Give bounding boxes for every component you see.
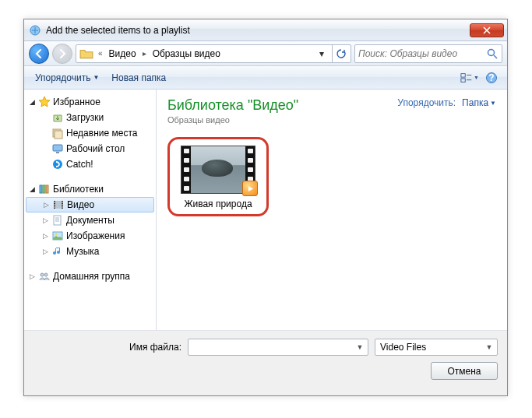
forward-button[interactable] <box>52 44 72 64</box>
sidebar-item-video[interactable]: ▷ Видео <box>26 197 154 213</box>
new-folder-button[interactable]: Новая папка <box>107 69 171 86</box>
pictures-icon <box>51 230 64 242</box>
chevron-down-icon[interactable]: ▼ <box>483 343 495 351</box>
star-icon <box>38 96 51 108</box>
search-icon[interactable] <box>486 47 499 60</box>
organize-menu[interactable]: Упорядочить ▼ <box>30 69 104 86</box>
documents-icon <box>51 214 64 227</box>
filetype-combo[interactable]: Video Files ▼ <box>375 339 498 356</box>
content-pane: Библиотека "Видео" Образцы видео Упорядо… <box>157 90 507 330</box>
chevron-right-icon: ▸ <box>139 49 150 58</box>
cancel-button[interactable]: Отмена <box>431 362 498 380</box>
tree-label: Видео <box>67 199 94 210</box>
svg-rect-8 <box>53 145 62 151</box>
favorites-label: Избранное <box>53 97 100 107</box>
svg-point-16 <box>54 202 55 203</box>
tree-label: Загрузки <box>66 112 104 123</box>
address-dropdown[interactable]: ▾ <box>315 48 329 59</box>
navigation-bar: « Видео ▸ Образцы видео ▾ <box>24 41 507 66</box>
svg-rect-3 <box>461 78 465 81</box>
svg-point-21 <box>62 206 63 208</box>
svg-text:?: ? <box>488 72 494 83</box>
filetype-value: Video Files <box>380 342 483 353</box>
collapse-icon[interactable]: ◢ <box>29 99 36 106</box>
search-box[interactable] <box>354 44 502 63</box>
video-item[interactable]: Живая природа <box>167 137 269 216</box>
tree-label: Недавние места <box>66 128 137 139</box>
svg-point-26 <box>44 273 48 276</box>
dialog-footer: Имя файла: ▼ Video Files ▼ Отмена <box>24 330 507 395</box>
expand-icon[interactable]: ▷ <box>43 202 50 209</box>
sidebar-item-desktop[interactable]: Рабочий стол <box>24 141 156 156</box>
sidebar-item-pictures[interactable]: ▷ Изображения <box>24 228 156 244</box>
chevron-down-icon: ▼ <box>490 100 496 107</box>
desktop-icon <box>51 142 64 155</box>
sidebar-item-recent[interactable]: Недавние места <box>24 125 156 141</box>
svg-point-10 <box>53 160 62 169</box>
svg-point-18 <box>54 206 55 208</box>
libraries-group: ◢ Библиотеки ▷ Видео ▷ Документы ▷ <box>24 181 156 259</box>
file-dialog-window: Add the selected items to a playlist « В… <box>23 19 508 396</box>
homegroup-header[interactable]: ▷ Домашняя группа <box>24 269 156 284</box>
refresh-button[interactable] <box>332 44 349 63</box>
video-thumbnail <box>181 146 255 194</box>
breadcrumb-item[interactable]: Видео <box>106 47 139 61</box>
play-overlay-icon <box>242 181 258 196</box>
svg-rect-15 <box>55 201 62 209</box>
view-options-button[interactable]: ▼ <box>460 69 479 86</box>
music-icon <box>51 245 64 258</box>
svg-rect-2 <box>461 73 465 76</box>
svg-rect-9 <box>56 152 59 153</box>
breadcrumb-item[interactable]: Образцы видео <box>150 47 224 61</box>
download-icon <box>51 111 64 124</box>
svg-point-20 <box>62 204 63 205</box>
libraries-header[interactable]: ◢ Библиотеки <box>24 181 156 197</box>
chevron-down-icon: ▼ <box>93 74 99 81</box>
sidebar-item-downloads[interactable]: Загрузки <box>24 110 156 125</box>
cancel-label: Отмена <box>447 366 481 377</box>
libraries-icon <box>38 183 51 195</box>
svg-rect-13 <box>46 185 48 193</box>
back-button[interactable] <box>29 44 49 64</box>
collapse-icon[interactable]: ◢ <box>29 186 36 193</box>
tree-label: Музыка <box>66 246 99 257</box>
chevron-right-icon: « <box>95 49 106 58</box>
sidebar-item-catch[interactable]: Catch! <box>24 156 156 172</box>
svg-rect-11 <box>40 185 42 193</box>
arrange-value: Папка <box>462 97 488 108</box>
filename-combo[interactable]: ▼ <box>188 339 368 356</box>
expand-icon[interactable]: ▷ <box>42 248 49 255</box>
svg-rect-7 <box>55 131 62 139</box>
video-library-icon <box>52 198 65 211</box>
tree-label: Рабочий стол <box>66 143 125 154</box>
favorites-header[interactable]: ◢ Избранное <box>24 94 156 110</box>
svg-point-24 <box>55 234 57 235</box>
app-icon <box>29 24 41 37</box>
chevron-down-icon[interactable]: ▼ <box>354 343 366 351</box>
filename-label: Имя файла: <box>49 342 181 353</box>
chevron-down-icon: ▼ <box>474 75 479 80</box>
svg-point-17 <box>54 204 55 205</box>
svg-rect-22 <box>54 216 61 225</box>
address-bar[interactable]: « Видео ▸ Образцы видео ▾ <box>76 44 351 63</box>
svg-point-19 <box>62 202 63 203</box>
help-button[interactable]: ? <box>482 69 501 86</box>
expand-icon[interactable]: ▷ <box>42 217 49 224</box>
expand-icon[interactable]: ▷ <box>42 233 49 240</box>
recent-icon <box>51 127 64 139</box>
dialog-body: ◢ Избранное Загрузки Недавние места <box>24 90 507 330</box>
expand-icon[interactable]: ▷ <box>29 273 36 280</box>
sidebar-item-documents[interactable]: ▷ Документы <box>24 213 156 228</box>
new-folder-label: Новая папка <box>111 72 166 83</box>
catch-icon <box>51 158 64 170</box>
library-header: Библиотека "Видео" Образцы видео Упорядо… <box>167 97 496 125</box>
video-item-label: Живая природа <box>184 198 252 209</box>
search-input[interactable] <box>358 48 486 59</box>
sidebar-item-music[interactable]: ▷ Музыка <box>24 244 156 259</box>
svg-point-25 <box>41 273 44 276</box>
arrange-by-link[interactable]: Папка ▼ <box>462 97 496 108</box>
folder-icon <box>79 47 93 61</box>
organize-label: Упорядочить <box>35 72 90 83</box>
toolbar: Упорядочить ▼ Новая папка ▼ ? <box>24 66 507 90</box>
close-button[interactable] <box>470 23 504 37</box>
